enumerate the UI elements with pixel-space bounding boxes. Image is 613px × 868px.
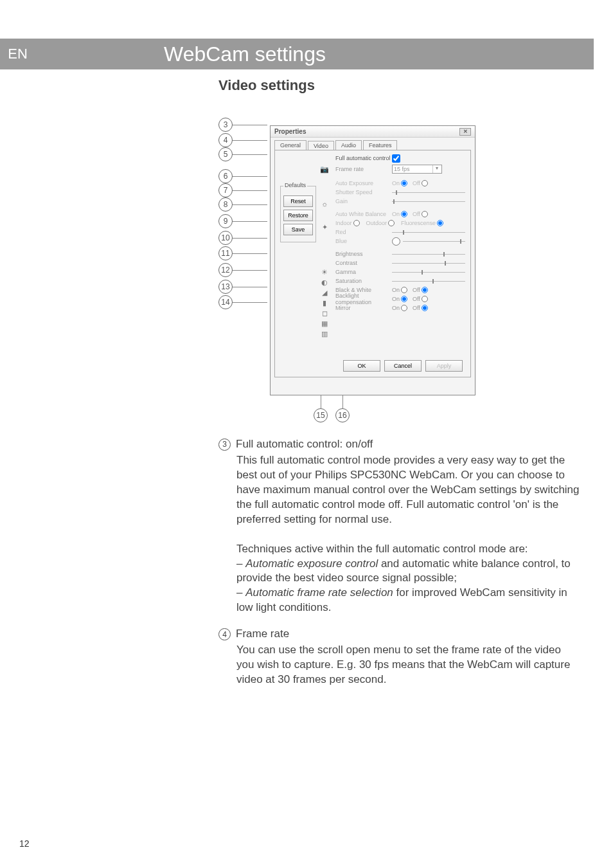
frame-rate-label: Frame rate [335,166,392,172]
mirror-label: Mirror [335,305,392,311]
brightness-label: Brightness [335,251,392,257]
explanatory-text: 3 Full automatic control: on/off This fu… [218,437,581,699]
apply-button[interactable]: Apply [425,360,463,372]
red-label: Red [335,229,392,235]
reset-button[interactable]: Reset [283,195,313,207]
explain-3-b1: – Automatic exposure control and automat… [236,557,581,586]
auto-exposure-on[interactable]: On [392,180,407,186]
explain-3-b2: – Automatic frame rate selection for imp… [236,586,581,615]
explain-3-p1: This full automatic control mode provide… [236,453,581,527]
tab-general[interactable]: General [274,140,306,150]
explain-num-3: 3 [218,439,231,451]
gain-slider[interactable] [392,201,465,202]
backlight-on[interactable]: On [392,296,407,302]
full-auto-checkbox[interactable] [392,154,400,163]
wb-outdoor[interactable]: Outdoor [366,220,395,226]
callout-3: 3 [218,118,233,132]
auto-wb-on[interactable]: On [392,211,407,217]
callout-6: 6 [218,169,233,183]
saturation-icon: ▮ [320,298,329,307]
backlight-off[interactable]: Off [413,296,428,302]
wb-fluorescense[interactable]: Fluorescense [401,220,443,226]
callout-14: 14 [218,295,233,309]
auto-exposure-off[interactable]: Off [413,180,428,186]
callout-13: 13 [218,280,233,294]
dialog-titlebar: Properties ✕ [271,126,475,138]
shutter-slider[interactable] [392,192,465,193]
wb-indoor[interactable]: Indoor [335,220,360,226]
contrast-label: Contrast [335,260,392,266]
blue-label: Blue [335,238,392,244]
bw-off[interactable]: Off [413,287,428,293]
callout-12: 12 [218,263,233,277]
tab-body: Full automatic control 📷 ☼ ✦ ☀ ◐ ◢ ▮ ◻ ▦… [274,150,471,377]
mirror-on[interactable]: On [392,305,407,311]
callout-7: 7 [218,183,233,197]
restore-button[interactable]: Restore [283,210,313,221]
gamma-slider[interactable] [392,272,465,273]
page-title-banner: WebCam settings [35,39,594,69]
icon-column: 📷 ☼ ✦ ☀ ◐ ◢ ▮ ◻ ▦ ▥ [320,163,330,339]
mirror-off[interactable]: Off [413,305,428,311]
saturation-label: Saturation [335,278,392,284]
auto-wb-off[interactable]: Off [413,211,428,217]
defaults-group: Defaults Reset Restore Save [280,186,316,242]
wb-icon: ✦ [320,222,329,231]
backlight-icon: ▦ [320,319,329,328]
explain-title-4: Frame rate [236,627,289,642]
tab-features[interactable]: Features [363,140,398,150]
backlight-label: Backlight compensation [335,293,392,305]
callout-9: 9 [218,214,233,228]
callout-5: 5 [218,147,233,161]
full-auto-label: Full automatic control [335,155,391,161]
frame-rate-value: 15 fps [394,166,410,172]
tab-strip: General Video Audio Features [271,138,475,150]
bw-on[interactable]: On [392,287,407,293]
dialog-title: Properties [274,128,306,135]
explain-num-4: 4 [218,628,231,640]
shutter-speed-label: Shutter Speed [335,189,392,195]
gamma-label: Gamma [335,269,392,275]
explain-4-p1: You can use the scroll open menu to set … [236,643,581,687]
callout-8: 8 [218,197,233,212]
contrast-icon: ◐ [320,278,329,287]
callout-4: 4 [218,133,233,147]
callout-16: 16 [335,408,350,422]
gain-label: Gain [335,198,392,204]
full-auto-control: Full automatic control [335,154,400,163]
properties-dialog: Properties ✕ General Video Audio Feature… [270,125,475,395]
close-icon[interactable]: ✕ [459,128,471,136]
callout-10: 10 [218,231,233,245]
blue-slider[interactable] [403,241,465,242]
gamma-icon: ◢ [320,288,329,297]
callout-11: 11 [218,246,233,260]
blue-radio[interactable] [392,237,400,246]
auto-exposure-label: Auto Exposure [335,180,392,186]
section-title: Video settings [218,77,315,94]
brightness-slider[interactable] [392,254,465,255]
tab-video[interactable]: Video [308,141,334,150]
mirror-icon: ▥ [320,329,329,338]
auto-wb-label: Auto White Balance [335,211,392,217]
dialog-footer: OK Cancel Apply [343,360,463,372]
camera-icon: 📷 [320,165,329,174]
defaults-legend: Defaults [283,182,307,188]
chevron-down-icon: ▾ [432,165,440,173]
explain-title-3: Full automatic control: on/off [236,437,373,452]
language-tab: EN [0,39,35,69]
page-number: 12 [19,838,30,849]
exposure-icon: ☼ [320,199,329,208]
frame-rate-dropdown[interactable]: 15 fps ▾ [392,165,442,174]
settings-column: Frame rate 15 fps ▾ Auto Exposure On Off [335,165,465,312]
red-slider[interactable] [392,232,465,233]
cancel-button[interactable]: Cancel [384,360,422,372]
brightness-icon: ☀ [320,267,329,276]
explain-3-p2: Techniques active within the full automa… [236,542,581,557]
tab-audio[interactable]: Audio [335,140,362,150]
ok-button[interactable]: OK [343,360,380,372]
contrast-slider[interactable] [392,263,465,264]
save-button[interactable]: Save [283,224,313,235]
bw-icon: ◻ [320,309,329,318]
saturation-slider[interactable] [392,281,465,282]
callout-15: 15 [314,408,328,422]
